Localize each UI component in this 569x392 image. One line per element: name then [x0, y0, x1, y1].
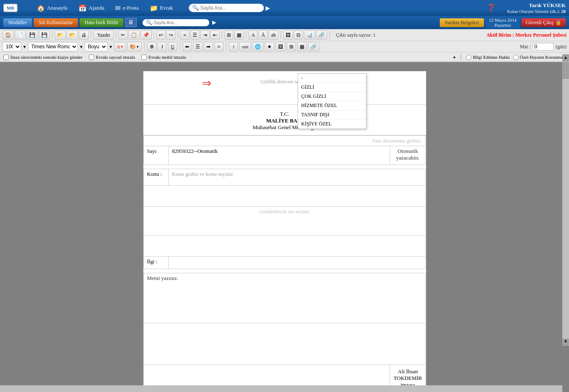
spacer-row-3 — [143, 269, 426, 273]
size-select[interactable]: Boyut — [85, 42, 108, 51]
italic-btn[interactable]: I — [158, 42, 167, 51]
indent1-btn[interactable]: ⇥ — [201, 30, 210, 40]
save2-btn[interactable]: 💾 — [39, 30, 50, 40]
mobil-checkbox[interactable]: Evrakı mobil imzala — [141, 55, 186, 60]
align-left-btn[interactable]: ⬅ — [183, 42, 192, 51]
dropdown-item-gizli[interactable]: GİZLİ — [298, 83, 366, 92]
logout-btn[interactable]: Güvenli Çıkış 🔒 — [521, 18, 566, 27]
special1-btn[interactable]: ↕ — [229, 42, 238, 51]
cut-btn[interactable]: ✂ — [118, 30, 128, 40]
bilgi-radio[interactable]: Bilgi Edinme Hakkı — [466, 55, 510, 60]
ministry-text: MALİYE BAK. — [148, 117, 422, 124]
ozel-radio[interactable]: Özel Hayatın Korunması — [513, 55, 566, 60]
col-btn[interactable]: ▦ — [234, 30, 244, 40]
top-search-input[interactable] — [199, 5, 257, 11]
undo-btn[interactable]: ↩ — [156, 30, 165, 40]
dropdown-item-cok-gizli[interactable]: ÇOK GİZLİ — [298, 92, 366, 101]
web-btn[interactable]: 🌐 — [252, 42, 263, 51]
fmt-sep1 — [144, 42, 145, 51]
font-color-btn[interactable]: A — [248, 30, 258, 40]
copy-btn[interactable]: 📋 — [128, 30, 140, 40]
highlight-btn[interactable]: Ā — [258, 30, 268, 40]
scroll-down[interactable]: ▼ — [563, 339, 569, 345]
gonderi-cell[interactable]: Gönderilecek yer seçiniz — [143, 207, 426, 236]
radio-group: ● Bilgi Edinme Hakkı Özel Hayatın Korunm… — [453, 54, 566, 60]
sik-btn[interactable]: Sık Kullanılanlar — [34, 18, 78, 27]
zoom-select[interactable]: 100% — [3, 42, 21, 51]
img-btn[interactable]: 🖼 — [283, 30, 293, 40]
bottom-scrollbar[interactable] — [0, 385, 562, 392]
highlight-picker[interactable]: 🎨▼ — [127, 42, 142, 51]
nav-buttons: 🏠 Anasayfa 📅 Ajanda ✉ e-Posta 📁 Evrak — [33, 3, 176, 13]
ilgi-value-cell[interactable] — [168, 257, 426, 269]
metin-cell[interactable]: Metni yazınız. — [143, 273, 426, 323]
font-select[interactable]: Times New Roman — [28, 42, 78, 51]
font-color-picker[interactable]: A▼ — [114, 42, 126, 51]
new-btn[interactable]: 📄 — [15, 30, 26, 40]
save-btn[interactable]: 💾 — [27, 30, 38, 40]
indent2-btn[interactable]: ⇤ — [211, 30, 220, 40]
scroll-thumb[interactable] — [563, 62, 569, 79]
hata-btn[interactable]: Hata-İstek Bildir — [80, 18, 123, 27]
bold-btn[interactable]: B — [147, 42, 156, 51]
table2-btn[interactable]: ⊟ — [294, 30, 303, 40]
paste-btn[interactable]: 📌 — [140, 30, 152, 40]
table3-btn[interactable]: ⊞ — [287, 42, 296, 51]
align-right-btn[interactable]: ➡ — [204, 42, 213, 51]
konu-value-cell[interactable]: Konu grubu ve konu seçiniz — [168, 169, 426, 186]
star-btn[interactable]: ★ — [265, 42, 274, 51]
otomatik-cell: Otomatik yazacaktır. — [390, 146, 426, 165]
scroll-up[interactable]: ▲ — [563, 55, 569, 61]
align-justify-btn[interactable]: ≡ — [214, 42, 223, 51]
dropdown-item-tasnif-disi[interactable]: TASNIF DIŞI — [298, 110, 366, 120]
img2-btn[interactable]: 🖼 — [276, 42, 286, 51]
department-text: Muhasebat Genel Müdürlüğü — [148, 124, 422, 131]
yazi-durumu-cell[interactable]: Yazı durumunu giriniz. — [143, 136, 426, 146]
yazi-durumu-row: Yazı durumunu giriniz. — [143, 136, 426, 146]
redo-btn[interactable]: ↪ — [166, 30, 175, 40]
search-go-icon[interactable]: ▶ — [266, 5, 270, 12]
list1-btn[interactable]: ≡ — [180, 30, 189, 40]
dropdown-item-dash[interactable]: - — [298, 74, 366, 83]
monitor-icon[interactable]: 🖥 — [125, 18, 137, 27]
ozel-radio-input[interactable] — [513, 55, 519, 60]
bilgi-radio-input[interactable] — [466, 55, 471, 60]
imza-checkbox[interactable]: İmza sürecindeki sonraki kişiye gönder — [3, 55, 83, 60]
chart-btn[interactable]: 📊 — [304, 30, 315, 40]
imza-checkbox-input[interactable] — [3, 55, 9, 60]
col2-btn[interactable]: ▦ — [297, 42, 307, 51]
table-btn[interactable]: ⊞ — [224, 30, 233, 40]
right-scrollbar[interactable]: ▲ ▼ — [562, 54, 569, 346]
open2-btn[interactable]: 📂 — [67, 30, 78, 40]
search2-go[interactable]: ▶ — [212, 19, 216, 26]
open-btn[interactable]: 📂 — [55, 30, 66, 40]
home-toolbar-btn[interactable]: 🏠 — [3, 30, 14, 40]
sep6 — [222, 31, 222, 39]
dropdown-item-kisiye-ozel[interactable]: KİŞİYE ÖZEL — [298, 120, 366, 129]
modules-btn[interactable]: Modüller — [3, 18, 32, 27]
help-btn[interactable]: Yardım Belgeleri — [440, 18, 484, 27]
gizlilik-placeholder[interactable]: Gizlilik derecesi seçiniz — [150, 75, 420, 85]
nav-ajanda[interactable]: 📅 Ajanda — [75, 3, 108, 13]
imzaci-name: Ali İhsan TOKDEMİR — [394, 368, 422, 382]
nav-anasayfa[interactable]: 🏠 Anasayfa — [33, 3, 71, 13]
mobil-checkbox-input[interactable] — [141, 55, 147, 60]
gizlilik-dropdown[interactable]: - GİZLİ ÇOK GİZLİ HİZMETE ÖZEL TASNIF DI… — [298, 73, 366, 129]
link2-btn[interactable]: 🔗 — [308, 42, 319, 51]
second-search-input[interactable] — [152, 20, 206, 25]
sayisal-checkbox-input[interactable] — [89, 55, 94, 60]
nav-eposta[interactable]: ✉ e-Posta — [112, 3, 142, 13]
sayi-value-cell[interactable]: 82959322--Otomatik — [168, 146, 390, 165]
dropdown-item-hizmete-ozel[interactable]: HİZMETE ÖZEL — [298, 101, 366, 110]
nav-evrak[interactable]: 📁 Evrak — [146, 3, 176, 13]
align-center-btn[interactable]: ☰ — [193, 42, 203, 51]
ab-btn[interactable]: ab — [268, 30, 278, 40]
underline-btn[interactable]: U — [168, 42, 177, 51]
sayisal-checkbox[interactable]: Evrakı sayısal imzala — [89, 55, 135, 60]
print-preview-btn[interactable]: 🖨 — [79, 30, 89, 40]
list2-btn[interactable]: ☰ — [190, 30, 200, 40]
mat-input[interactable] — [533, 43, 554, 50]
link-btn[interactable]: 🔗 — [316, 30, 327, 40]
print-btn[interactable]: Yazdır — [93, 30, 114, 40]
xml-btn[interactable]: xml — [239, 42, 251, 51]
